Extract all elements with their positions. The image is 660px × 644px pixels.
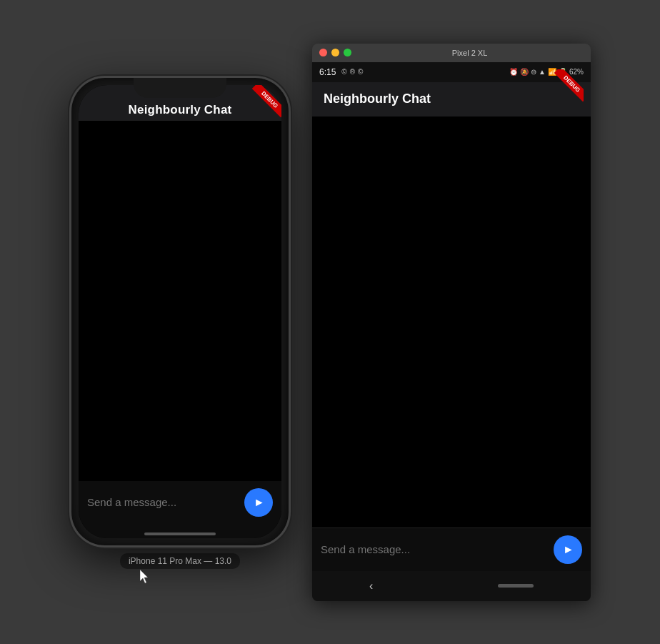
pixel-window-title: Pixel 2 XL	[356, 49, 584, 57]
iphone-vol-up-button	[69, 196, 71, 235]
pixel-dnd-icon: ⊖	[531, 68, 536, 76]
pixel-title-bar: Pixel 2 XL	[312, 44, 591, 62]
iphone-home-bar	[144, 532, 216, 535]
iphone-vol-down-button	[69, 242, 71, 282]
pixel-nav-bar: ‹	[312, 571, 591, 601]
pixel-status-icons: © ® ©	[341, 68, 363, 76]
pixel-body: 6:15 © ® © ⏰ 🔕 ⊖ ▲ 📶 🔋 62% Neig	[312, 62, 591, 601]
pixel-back-button[interactable]: ‹	[369, 580, 373, 593]
pixel-status-time: 6:15	[319, 67, 336, 77]
pixel-alarm-icon: ⏰	[509, 68, 518, 76]
iphone-app-bar-title: Neighbourly Chat	[129, 103, 232, 117]
pixel-chat-input-area: ►	[312, 527, 591, 571]
iphone-screen: Neighbourly Chat ►	[79, 85, 281, 538]
window-minimize-dot[interactable]	[331, 49, 339, 56]
iphone-debug-badge	[246, 85, 281, 121]
iphone-send-button[interactable]: ►	[244, 488, 273, 517]
iphone-send-icon: ►	[254, 496, 265, 509]
window-close-dot[interactable]	[319, 49, 327, 56]
pixel-send-button[interactable]: ►	[554, 535, 582, 564]
pixel-mute-icon: 🔕	[520, 68, 529, 76]
iphone-chat-body	[79, 121, 281, 481]
pixel-app-bar-title: Neighbourly Chat	[324, 91, 431, 106]
window-maximize-dot[interactable]	[344, 49, 351, 56]
pixel-debug-badge	[548, 69, 584, 105]
pixel-send-icon: ►	[563, 543, 574, 556]
iphone-wrapper: Neighbourly Chat ► iPhone 11 Pro Max — 1…	[69, 76, 291, 569]
iphone-message-input[interactable]	[87, 496, 237, 508]
iphone-chat-input-area: ►	[79, 481, 281, 538]
mouse-cursor	[140, 570, 150, 587]
scene: Neighbourly Chat ► iPhone 11 Pro Max — 1…	[0, 0, 660, 644]
pixel-home-indicator[interactable]	[498, 584, 534, 588]
iphone-device-label: iPhone 11 Pro Max — 13.0	[120, 553, 240, 569]
iphone-power-button	[289, 203, 291, 253]
iphone-frame: Neighbourly Chat ►	[69, 76, 291, 548]
pixel-chat-body	[312, 117, 591, 527]
iphone-mute-switch	[69, 164, 71, 187]
iphone-notch	[134, 85, 226, 98]
pixel-window: Pixel 2 XL 6:15 © ® © ⏰ 🔕 ⊖ ▲ 📶	[312, 44, 591, 601]
pixel-message-input[interactable]	[321, 543, 546, 555]
pixel-wifi-icon: ▲	[539, 68, 546, 76]
